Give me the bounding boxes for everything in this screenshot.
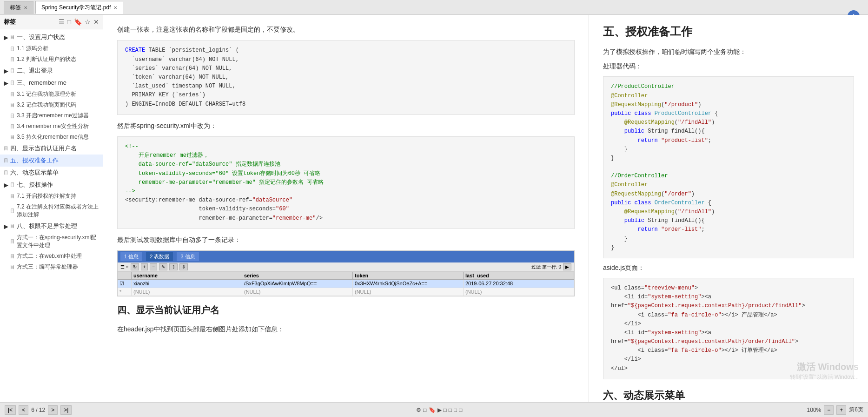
code-line: //OrderController bbox=[611, 172, 846, 181]
sidebar-item-8-1[interactable]: 目 方式一：在spring-security.xml配置文件中处理 bbox=[0, 232, 103, 251]
code-line: return "order-list"; bbox=[611, 225, 846, 234]
sidebar-item-section6[interactable]: 目 六、动态展示菜单 bbox=[0, 167, 103, 179]
sidebar-item-1-2[interactable]: 目 1.2 判断认证用户的状态 bbox=[0, 54, 103, 65]
db-refresh-btn[interactable]: ↻ bbox=[131, 263, 139, 270]
sidebar-item-3-2[interactable]: 目 3.2 记住我功能页面代码 bbox=[0, 100, 103, 110]
sidebar-item-section7[interactable]: ▶ 目 七、授权操作 bbox=[0, 179, 103, 191]
tab-close-icon[interactable]: ✕ bbox=[24, 5, 27, 10]
nav-prev-btn[interactable]: < bbox=[19, 405, 28, 415]
code-line: @Controller bbox=[611, 92, 846, 101]
page-icon: 目 bbox=[10, 80, 15, 86]
sidebar-label: 1.2 判断认证用户的状态 bbox=[17, 55, 76, 63]
sidebar-item-section5[interactable]: 目 五、授权准备工作 bbox=[0, 155, 103, 167]
sidebar-item-3-4[interactable]: 目 3.4 remember me安全性分析 bbox=[0, 121, 103, 132]
db-tab-info[interactable]: 1 信息 bbox=[120, 252, 142, 261]
page-icon: 目 bbox=[10, 91, 15, 98]
zoom-level: 100% bbox=[807, 407, 822, 413]
section6-title: 六、动态展示菜单 bbox=[603, 389, 854, 402]
content-area: 创建一张表，注意这张表的名称和字段都是固定的，不要修改。 CREATE TABL… bbox=[103, 15, 868, 402]
sidebar-item-7-2[interactable]: 目 7.2 在注解支持对应类或者方法上添加注解 bbox=[0, 202, 103, 220]
db-delete-btn[interactable]: − bbox=[150, 263, 157, 270]
sidebar-label: 三、remember me bbox=[17, 79, 66, 87]
sidebar-item-section4[interactable]: 目 四、显示当前认证用户名 bbox=[0, 142, 103, 155]
sidebar-label: 六、动态展示菜单 bbox=[10, 168, 59, 177]
tool-box1-icon[interactable]: □ bbox=[444, 407, 447, 413]
db-row-null[interactable]: * (NULL) (NULL) (NULL) (NULL) bbox=[118, 288, 574, 296]
sidebar-title: 标签 bbox=[4, 18, 16, 26]
section4-text: 在header.jsp中找到页面头部最右侧图片处添加如下信息： bbox=[117, 324, 575, 334]
tab-close-icon[interactable]: ✕ bbox=[113, 5, 117, 10]
db-tab-info2[interactable]: 3 信息 bbox=[177, 252, 199, 261]
tab-bookmarks[interactable]: 标签 ✕ bbox=[4, 1, 33, 14]
tool-box2-icon[interactable]: □ bbox=[449, 407, 452, 413]
menu-icon[interactable]: ☰ bbox=[59, 18, 65, 26]
zoom-in-btn[interactable]: + bbox=[836, 405, 846, 415]
sidebar-item-8-3[interactable]: 目 方式三：编写异常处理器 bbox=[0, 262, 103, 272]
db-row-1[interactable]: ☑ xiaozhi /SxF3gOpXiAwKImtpW8MpQ== 0x3HX… bbox=[118, 280, 574, 288]
sidebar-item-1-1[interactable]: 目 1.1 源码分析 bbox=[0, 43, 103, 54]
section5-text: 为了模拟授权操作，咱们临时编写两个业务功能： bbox=[603, 47, 854, 57]
sidebar-item-section1[interactable]: ▶ 目 一、设置用户状态 bbox=[0, 31, 103, 43]
tool-bookmark-icon[interactable]: 🔖 bbox=[429, 407, 436, 413]
db-cell-series: (NULL) bbox=[242, 288, 353, 296]
nav-first-btn[interactable]: |< bbox=[5, 405, 16, 415]
sidebar-item-section8[interactable]: ▶ 目 八、权限不足异常处理 bbox=[0, 220, 103, 232]
page-icon: 目 bbox=[10, 67, 15, 74]
db-edit-btn[interactable]: ✎ bbox=[159, 263, 167, 270]
sidebar-item-section2[interactable]: ▶ 目 二、退出登录 bbox=[0, 65, 103, 77]
code-line: `series` varchar(64) NOT NULL, bbox=[125, 64, 567, 73]
bottom-left: |< < 6 / 12 > >| bbox=[5, 405, 72, 415]
db-screenshot: 1 信息 2 表数据 3 信息 ☰ ≡ ↻ + − ✎ ⇧ ⇩ 过滤 第一行: … bbox=[117, 250, 575, 296]
db-tab-data[interactable]: 2 表数据 bbox=[146, 252, 173, 261]
db-cell-token: (NULL) bbox=[353, 288, 464, 296]
page-icon: 目 bbox=[10, 123, 15, 130]
db-import-btn[interactable]: ⇩ bbox=[179, 263, 188, 270]
code-line: <li id="system-setting"><a href="${pageC… bbox=[611, 329, 846, 346]
bookmark-icon[interactable]: 🔖 bbox=[74, 18, 82, 26]
sidebar-label: 3.5 持久化remember me信息 bbox=[17, 133, 89, 141]
zoom-out-btn[interactable]: − bbox=[824, 405, 834, 415]
code-line: @Controller bbox=[611, 181, 846, 189]
code-line: --> bbox=[125, 187, 567, 196]
db-col-token: token bbox=[353, 272, 464, 279]
page-icon: 目 bbox=[4, 145, 8, 152]
sidebar-item-7-1[interactable]: 目 7.1 开启授权的注解支持 bbox=[0, 191, 103, 202]
sidebar-nav: ▶ 目 一、设置用户状态 目 1.1 源码分析 目 1.2 判断认证用户的状态 … bbox=[0, 29, 103, 402]
close-icon[interactable]: ✕ bbox=[93, 18, 99, 26]
page-total: 12 bbox=[39, 407, 45, 413]
sidebar-item-8-2[interactable]: 目 方式二：在web.xml中处理 bbox=[0, 251, 103, 262]
tool-box3-icon[interactable]: □ bbox=[454, 407, 457, 413]
sidebar-item-3-3[interactable]: 目 3.3 开启remember me过滤器 bbox=[0, 110, 103, 121]
page-separator: / bbox=[36, 407, 37, 413]
nav-next-btn[interactable]: > bbox=[48, 405, 58, 415]
db-cell-username: (NULL) bbox=[132, 288, 242, 296]
db-col-last-used: last_used bbox=[464, 272, 574, 279]
db-col-check bbox=[118, 272, 132, 279]
star-icon[interactable]: ☆ bbox=[85, 18, 91, 26]
sidebar-item-section3[interactable]: ▶ 目 三、remember me bbox=[0, 77, 103, 89]
code-line: remember-me-parameter="remember-me"/> bbox=[125, 214, 567, 223]
db-export-btn[interactable]: ⇧ bbox=[169, 263, 178, 270]
tool-copy-icon[interactable]: □ bbox=[423, 407, 426, 413]
db-filter-apply-btn[interactable]: ▶ bbox=[563, 263, 571, 270]
code-line: remember-me-parameter="remember-me" 指定记住… bbox=[125, 178, 567, 187]
sidebar-item-3-1[interactable]: 目 3.1 记住我功能原理分析 bbox=[0, 89, 103, 100]
code-line: public class OrderController { bbox=[611, 199, 846, 208]
db-add-btn[interactable]: + bbox=[141, 263, 148, 270]
sidebar-label: 八、权限不足异常处理 bbox=[17, 222, 77, 230]
db-filter-label: 过滤 第一行: 0 bbox=[531, 264, 561, 270]
nav-last-btn[interactable]: >| bbox=[60, 405, 72, 415]
main-layout: 标签 ☰ □ 🔖 ☆ ✕ ▶ 目 一、设置用户状态 目 1.1 源码分析 目 1… bbox=[0, 15, 868, 402]
tool-settings-icon[interactable]: ⚙ bbox=[416, 407, 421, 413]
sidebar-label: 方式二：在web.xml中处理 bbox=[17, 252, 82, 260]
code-line: token-validity-seconds="60" 设置token存储时间为… bbox=[125, 169, 567, 178]
copy-icon[interactable]: □ bbox=[67, 18, 71, 26]
page-icon: 目 bbox=[10, 193, 15, 200]
sidebar-item-3-5[interactable]: 目 3.5 持久化remember me信息 bbox=[0, 132, 103, 142]
db-cell-last-used: 2019-06-27 20:32:48 bbox=[464, 280, 574, 288]
db-filter-icon: ☰ ≡ bbox=[120, 264, 129, 269]
tool-play-icon[interactable]: ▶ bbox=[437, 407, 442, 413]
tool-box4-icon[interactable]: □ bbox=[459, 407, 462, 413]
code-line: `last_used` timestamp NOT NULL, bbox=[125, 82, 567, 91]
tab-pdf[interactable]: Spring Security学习笔记.pdf ✕ bbox=[35, 1, 123, 14]
